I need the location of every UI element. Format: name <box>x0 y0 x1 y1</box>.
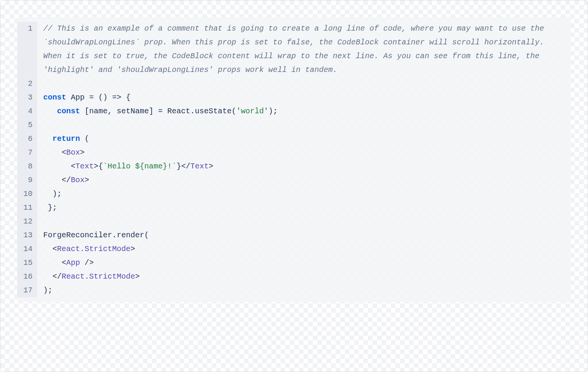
line-number: 12 <box>23 215 33 228</box>
code-token: > <box>209 162 213 171</box>
line-number: 17 <box>23 284 33 297</box>
code-token: ( <box>80 134 89 143</box>
code-token <box>43 107 57 116</box>
code-line: ); <box>43 187 563 201</box>
code-token: // This is an example of a comment that … <box>43 24 549 74</box>
code-line <box>43 118 563 132</box>
code-token: > <box>131 245 135 253</box>
code-token: < <box>62 148 66 157</box>
code-token <box>43 176 62 184</box>
code-token: `Hello ${name}!` <box>103 162 176 171</box>
code-token: React.StrictMode <box>62 272 135 281</box>
code-token: { <box>98 162 103 171</box>
code-token <box>43 245 52 253</box>
code-token <box>43 148 62 157</box>
code-block: 1234567891011121314151617 // This is an … <box>17 17 571 302</box>
code-line: return ( <box>43 132 563 146</box>
code-token: ); <box>268 107 278 116</box>
code-token: > <box>135 272 140 281</box>
code-token: React.StrictMode <box>57 245 131 253</box>
line-number: 3 <box>23 91 33 104</box>
code-token: [name, setName] = React.useState( <box>80 107 236 116</box>
code-token: } <box>176 162 181 171</box>
line-number: 10 <box>23 187 33 201</box>
code-token: > <box>85 176 89 184</box>
code-token: return <box>52 134 80 143</box>
code-token: ForgeReconciler.render( <box>43 231 149 240</box>
code-token: Box <box>66 148 80 157</box>
code-token: </ <box>181 162 190 171</box>
line-number-gutter: 1234567891011121314151617 <box>17 22 37 297</box>
code-line <box>43 215 563 228</box>
code-token <box>43 134 52 143</box>
code-token: </ <box>62 176 71 184</box>
code-line: <Text>{`Hello ${name}!`}</Text> <box>43 160 563 173</box>
line-number: 1 <box>23 22 33 77</box>
code-token: Text <box>190 162 209 171</box>
line-number: 15 <box>23 256 33 270</box>
code-token: ); <box>43 286 52 295</box>
line-number: 4 <box>23 104 33 118</box>
code-token <box>43 162 71 171</box>
code-line: ForgeReconciler.render( <box>43 228 563 242</box>
code-content[interactable]: // This is an example of a comment that … <box>37 22 571 297</box>
code-token: </ <box>52 272 62 281</box>
code-token: /> <box>80 258 94 267</box>
code-token: const <box>43 93 66 102</box>
code-token: const <box>57 107 80 116</box>
code-line: </React.StrictMode> <box>43 270 563 284</box>
code-line: // This is an example of a comment that … <box>43 22 563 77</box>
code-line: </Box> <box>43 173 563 187</box>
code-token: App = () => { <box>66 93 131 102</box>
line-number: 11 <box>23 201 33 215</box>
code-token: 'world' <box>236 107 268 116</box>
line-number: 16 <box>23 270 33 284</box>
code-line: ); <box>43 284 563 297</box>
line-number: 5 <box>23 118 33 132</box>
code-token: < <box>71 162 75 171</box>
line-number: 6 <box>23 132 33 146</box>
line-number: 13 <box>23 228 33 242</box>
code-token: ); <box>43 189 62 198</box>
code-token: }; <box>43 203 57 212</box>
line-number: 14 <box>23 242 33 256</box>
code-token <box>43 272 52 281</box>
line-number: 9 <box>23 173 33 187</box>
line-number: 2 <box>23 77 33 91</box>
code-token: < <box>52 245 57 253</box>
code-token: Box <box>71 176 85 184</box>
code-token: < <box>62 258 66 267</box>
code-line: <App /> <box>43 256 563 270</box>
preview-canvas: 1234567891011121314151617 // This is an … <box>0 0 588 372</box>
code-line: <React.StrictMode> <box>43 242 563 256</box>
line-number: 7 <box>23 146 33 160</box>
code-token: App <box>66 258 80 267</box>
line-number: 8 <box>23 160 33 173</box>
code-line: <Box> <box>43 146 563 160</box>
code-line <box>43 77 563 91</box>
code-line: }; <box>43 201 563 215</box>
code-token: > <box>94 162 98 171</box>
code-line: const App = () => { <box>43 91 563 104</box>
code-line: const [name, setName] = React.useState('… <box>43 104 563 118</box>
code-token: > <box>80 148 85 157</box>
code-token: Text <box>75 162 94 171</box>
code-token <box>43 258 62 267</box>
